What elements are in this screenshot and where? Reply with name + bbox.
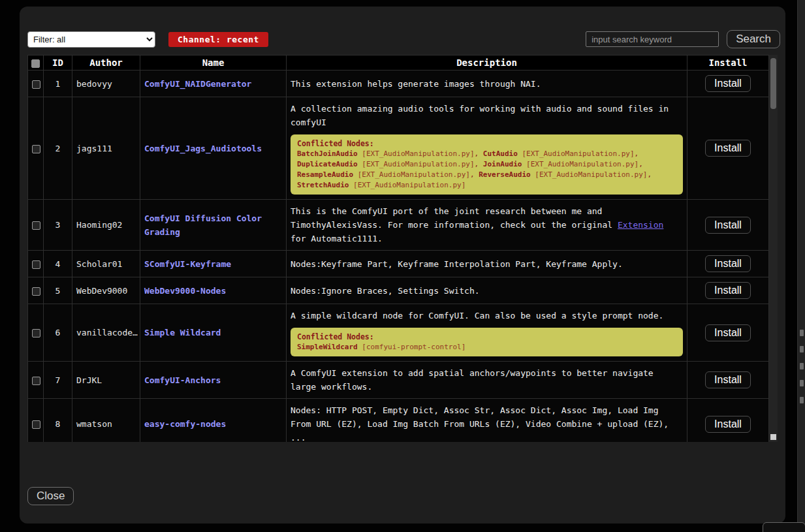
extension-name-link[interactable]: WebDev9000-Nodes	[144, 286, 226, 296]
install-button[interactable]: Install	[705, 140, 751, 157]
channel-badge: Channel: recent	[168, 32, 268, 47]
table-scrollbar[interactable]	[769, 55, 778, 442]
row-select-checkbox[interactable]	[32, 260, 40, 269]
row-select-cell	[28, 251, 44, 277]
row-install-cell: Install	[687, 70, 769, 97]
row-author: WebDev9000	[72, 277, 140, 304]
row-select-checkbox[interactable]	[32, 221, 40, 230]
table-row: 4Scholar01SComfyUI-KeyframeNodes:Keyfram…	[28, 251, 769, 277]
search-input[interactable]	[586, 31, 719, 47]
row-description: A simple wildcard node for ComfyUI. Can …	[287, 304, 687, 362]
conflicted-node-name: StretchAudio	[297, 181, 349, 189]
conflicted-node-ref: [EXT_AudioManipulation.py]	[518, 149, 635, 158]
page-scrollbar[interactable]	[797, 0, 805, 532]
row-author: DrJKL	[72, 362, 140, 399]
extension-name-link[interactable]: easy-comfy-nodes	[144, 419, 226, 429]
row-author: bedovyy	[72, 70, 140, 97]
occluded-ui-fragment	[800, 346, 804, 352]
extension-name-link[interactable]: Simple Wildcard	[144, 328, 221, 337]
row-select-cell	[28, 97, 44, 200]
row-author: Scholar01	[72, 251, 140, 277]
row-name-cell: ComfyUI-Anchors	[140, 362, 287, 399]
install-button[interactable]: Install	[705, 416, 751, 433]
description-text: Nodes:Ignore Braces, Settings Switch.	[291, 284, 683, 298]
row-install-cell: Install	[687, 277, 769, 304]
header-select	[28, 55, 44, 70]
install-button[interactable]: Install	[705, 75, 751, 92]
extensions-table: ID Author Name Description Install 1bedo…	[27, 55, 769, 442]
extensions-table-container: ID Author Name Description Install 1bedo…	[27, 55, 778, 442]
conflicted-nodes-box: Conflicted Nodes:BatchJoinAudio [EXT_Aud…	[291, 134, 683, 195]
occluded-ui-fragment	[800, 397, 804, 403]
row-install-cell: Install	[687, 251, 769, 277]
row-select-checkbox[interactable]	[32, 145, 40, 153]
description-text: A collection amazing audio tools for wor…	[291, 102, 683, 129]
header-description: Description	[287, 55, 687, 70]
table-row: 6vanillacode…Simple WildcardA simple wil…	[28, 304, 769, 362]
row-description: This extension helps generate images thr…	[287, 70, 687, 97]
conflicted-node-ref: [EXT_AudioManipulation.py]	[349, 181, 466, 189]
header-author: Author	[72, 55, 140, 70]
row-select-checkbox[interactable]	[32, 80, 40, 89]
description-text: This is the ComfyUI port of the joint re…	[291, 204, 683, 245]
select-all-checkbox[interactable]	[31, 59, 40, 68]
row-description: This is the ComfyUI port of the joint re…	[287, 200, 687, 251]
install-button[interactable]: Install	[705, 371, 751, 388]
row-author: vanillacode…	[72, 304, 140, 362]
row-id: 4	[44, 251, 72, 277]
search-button[interactable]: Search	[727, 30, 780, 48]
row-install-cell: Install	[687, 200, 769, 251]
table-scrollbar-down-button[interactable]	[770, 434, 776, 440]
search-group: Search	[586, 30, 780, 48]
extension-name-link[interactable]: ComfyUI_Jags_Audiotools	[144, 144, 262, 153]
row-id: 8	[44, 399, 72, 443]
description-text: A simple wildcard node for ComfyUI. Can …	[291, 309, 683, 322]
conflicted-nodes-box: Conflicted Nodes:SimpleWildcard [comfyui…	[291, 328, 683, 356]
extension-name-link[interactable]: ComfyUI-Anchors	[144, 375, 221, 385]
row-select-checkbox[interactable]	[32, 377, 40, 385]
occluded-ui-fragment	[800, 330, 804, 336]
close-button[interactable]: Close	[27, 487, 74, 505]
row-select-cell	[28, 277, 44, 304]
occluded-ui-fragment	[800, 380, 804, 386]
extension-name-link[interactable]: ComfyUI Diffusion Color Grading	[144, 213, 262, 237]
extension-name-link[interactable]: ComfyUI_NAIDGenerator	[144, 79, 251, 89]
table-row: 7DrJKLComfyUI-AnchorsA ComfyUI extension…	[28, 362, 769, 399]
conflicted-nodes-list: SimpleWildcard [comfyui-prompt-control]	[297, 342, 676, 352]
occluded-ui-fragment	[800, 363, 804, 369]
conflicted-node-ref: [EXT_AudioManipulation.py]	[531, 170, 648, 179]
row-author: Haoming02	[72, 200, 140, 251]
row-id: 2	[44, 97, 72, 200]
header-name: Name	[140, 55, 287, 70]
description-text: Nodes: HTTP POST, Empty Dict, Assoc Str,…	[291, 403, 683, 442]
row-id: 5	[44, 277, 72, 304]
row-select-cell	[28, 200, 44, 251]
table-header-row: ID Author Name Description Install	[28, 55, 769, 70]
header-id: ID	[44, 55, 72, 70]
row-select-checkbox[interactable]	[32, 329, 40, 337]
description-link[interactable]: Extension	[618, 220, 663, 230]
install-button[interactable]: Install	[705, 255, 751, 272]
install-button[interactable]: Install	[705, 324, 751, 341]
row-description: A ComfyUI extension to add spatial ancho…	[287, 362, 687, 399]
conflicted-node-ref: [comfyui-prompt-control]	[358, 343, 466, 351]
row-id: 3	[44, 200, 72, 251]
row-select-checkbox[interactable]	[32, 287, 40, 296]
row-author: wmatson	[72, 399, 140, 443]
row-select-checkbox[interactable]	[32, 420, 40, 429]
filter-select[interactable]: Filter: all	[27, 31, 155, 48]
table-row: 2jags111ComfyUI_Jags_AudiotoolsA collect…	[28, 97, 769, 200]
table-row: 5WebDev9000WebDev9000-NodesNodes:Ignore …	[28, 277, 769, 304]
dialog-toolbar: Filter: all Channel: recent Search	[20, 7, 785, 55]
row-id: 6	[44, 304, 72, 362]
install-button[interactable]: Install	[705, 282, 751, 299]
row-install-cell: Install	[687, 362, 769, 399]
conflicted-node-ref: [EXT_AudioManipulation.py]	[358, 149, 475, 158]
table-scrollbar-thumb[interactable]	[770, 58, 776, 109]
row-id: 1	[44, 70, 72, 97]
table-row: 8wmatsoneasy-comfy-nodesNodes: HTTP POST…	[28, 399, 769, 443]
extension-name-link[interactable]: SComfyUI-Keyframe	[144, 259, 231, 269]
description-text: This extension helps generate images thr…	[291, 77, 683, 91]
install-button[interactable]: Install	[705, 217, 751, 234]
row-description: Nodes:Keyframe Part, Keyframe Interpolat…	[287, 251, 687, 277]
